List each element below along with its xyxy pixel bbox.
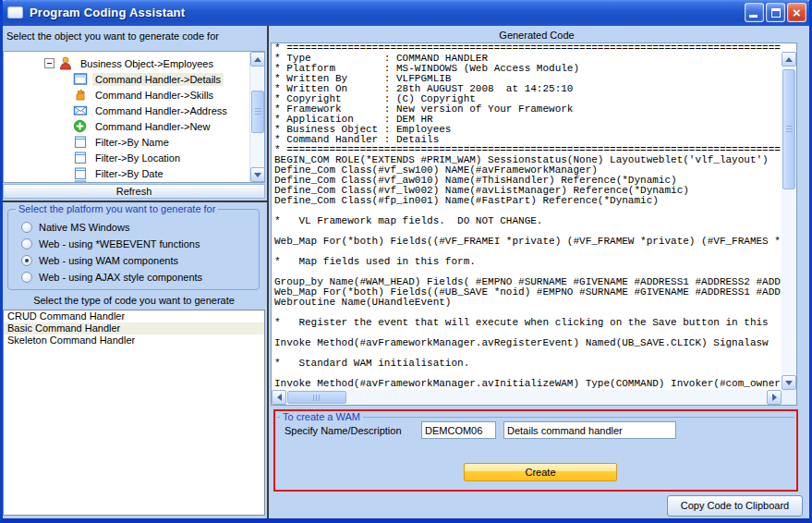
minimize-icon — [749, 15, 757, 18]
tree-scroll-up-icon[interactable] — [250, 52, 265, 67]
code-area: * ======================================… — [271, 43, 797, 406]
window-icon — [73, 72, 88, 86]
code-hscrollbar-thumb[interactable] — [287, 391, 346, 404]
radio-icon[interactable] — [21, 222, 32, 233]
list-item-crud[interactable]: CRUD Command Handler — [4, 310, 264, 322]
green-plus-icon — [73, 119, 88, 133]
type-select-label: Select the type of code you want to gene… — [0, 295, 268, 306]
code-scroll-right-icon[interactable] — [767, 390, 782, 405]
horizontal-splitter[interactable] — [0, 201, 268, 202]
copy-code-button[interactable]: Copy Code to Clipboard — [667, 495, 803, 517]
generated-code-text[interactable]: * ======================================… — [274, 43, 781, 390]
person-icon — [58, 56, 73, 70]
close-button[interactable]: × — [787, 3, 806, 22]
platform-group-title: Select the platform you want to generate… — [16, 203, 218, 214]
code-scroll-down-icon[interactable] — [782, 375, 796, 390]
radio-icon[interactable] — [21, 238, 32, 249]
code-type-list: CRUD Command Handler Basic Command Handl… — [3, 310, 265, 516]
radio-icon[interactable] — [21, 272, 32, 283]
radio-web-wam[interactable]: Web - using WAM components — [21, 254, 259, 266]
wam-groupbox: To create a WAM Specify Name/Description… — [273, 409, 798, 492]
window-title: Program Coding Assistant — [30, 6, 745, 19]
page-icon — [73, 151, 88, 164]
program-coding-assistant-window: Program Coding Assistant × Select the ob… — [0, 0, 812, 523]
object-tree: Business Object->Employees Command Handl… — [3, 51, 265, 183]
close-icon: × — [788, 4, 806, 21]
hand-icon — [73, 88, 88, 102]
tree-item-partial[interactable] — [73, 178, 92, 183]
wam-name-input[interactable] — [421, 421, 496, 439]
generated-code-header: Generated Code — [270, 30, 804, 41]
page-icon — [73, 135, 88, 149]
list-item-skeleton[interactable]: Skeleton Command Handler — [4, 334, 264, 347]
window-titlebar: Program Coding Assistant × — [0, 0, 812, 26]
radio-web-ajax[interactable]: Web - using AJAX style components — [21, 271, 259, 283]
minimize-button[interactable] — [745, 3, 764, 22]
list-item-basic[interactable]: Basic Command Handler — [4, 322, 264, 334]
refresh-button[interactable]: Refresh — [3, 184, 265, 199]
tree-item-command-handler-new[interactable]: Command Handler->New — [73, 118, 212, 134]
radio-native-ms-windows[interactable]: Native MS Windows — [21, 221, 259, 233]
tree-item-command-handler-details[interactable]: Command Handler->Details — [73, 71, 224, 87]
code-scroll-left-icon[interactable] — [272, 390, 286, 405]
tree-item-filter-by-name[interactable]: Filter->By Name — [73, 134, 172, 150]
wam-group-title: To create a WAM — [280, 411, 363, 422]
tree-item-command-handler-address[interactable]: Command Handler->Address — [73, 103, 230, 118]
tree-expander-icon[interactable] — [44, 58, 55, 68]
object-select-label: Select the object you want to generate c… — [6, 30, 219, 42]
maximize-button[interactable] — [766, 3, 785, 22]
page-icon — [73, 179, 88, 183]
radio-web-webevent[interactable]: Web - using *WEBEVENT functions — [21, 237, 259, 249]
code-vscrollbar-thumb[interactable] — [782, 69, 795, 189]
platform-groupbox: Select the platform you want to generate… — [7, 209, 260, 290]
create-button[interactable]: Create — [464, 463, 617, 481]
vertical-splitter[interactable] — [267, 26, 269, 520]
tree-vertical-scrollbar[interactable] — [249, 52, 264, 182]
app-icon — [7, 6, 23, 18]
tree-item-business-object[interactable]: Business Object->Employees — [44, 55, 216, 71]
tree-item-filter-by-location[interactable]: Filter->By Location — [73, 150, 183, 165]
envelope-icon — [73, 103, 88, 117]
wam-description-input[interactable] — [503, 421, 676, 439]
maximize-icon — [771, 8, 781, 18]
radio-icon[interactable] — [21, 255, 32, 266]
code-horizontal-scrollbar[interactable] — [272, 390, 782, 405]
tree-scroll-down-icon[interactable] — [250, 167, 265, 182]
scrollbar-corner — [782, 390, 796, 405]
name-description-label: Specify Name/Description — [285, 425, 402, 436]
code-scroll-up-icon[interactable] — [782, 52, 796, 67]
tree-item-command-handler-skills[interactable]: Command Handler->Skills — [73, 87, 216, 103]
tree-scrollbar-thumb[interactable] — [251, 91, 264, 133]
code-vertical-scrollbar[interactable] — [782, 52, 796, 390]
